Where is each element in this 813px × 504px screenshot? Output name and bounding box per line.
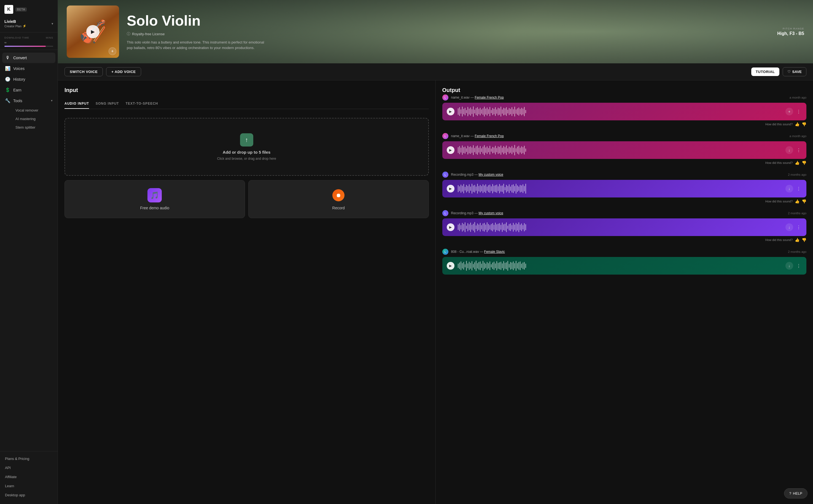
download-time-section: DOWNLOAD TIME MINS ∞ bbox=[0, 32, 58, 50]
sidebar-item-ai-mastering[interactable]: AI mastering bbox=[13, 115, 55, 123]
more-options-button[interactable]: ⋮ bbox=[795, 147, 802, 154]
output-voice-link[interactable]: Female French Pop bbox=[475, 134, 504, 138]
tools-icon: 🔧 bbox=[5, 98, 10, 103]
download-progress-fill bbox=[4, 46, 46, 47]
user-section[interactable]: LivieB Creator Plan ⚡ ▾ bbox=[0, 17, 58, 32]
thumbs-down-button[interactable]: 👎 bbox=[802, 238, 806, 242]
download-button[interactable]: ↓ bbox=[785, 146, 793, 154]
help-icon: ? bbox=[789, 491, 791, 495]
waveform-actions: ↓ ⋮ bbox=[785, 223, 802, 231]
output-filename: Recording.mp3 — My custom voice bbox=[451, 211, 503, 215]
waveform-container: ▶ + ⋮ bbox=[442, 103, 807, 120]
tools-chevron-icon: ▾ bbox=[51, 99, 53, 102]
record-icon-wrapper: ⏺ bbox=[331, 188, 345, 202]
download-button[interactable]: ↓ bbox=[785, 262, 793, 270]
nav-section: 🎙 Convert 📊 Voices 🕐 History 💲 Earn 🔧 To… bbox=[0, 50, 58, 451]
history-icon: 🕐 bbox=[5, 77, 10, 82]
sidebar-item-api[interactable]: API bbox=[2, 463, 55, 472]
more-options-button[interactable]: ⋮ bbox=[795, 108, 802, 115]
banner-plus-button[interactable]: + bbox=[109, 47, 116, 55]
add-voice-button[interactable]: + ADD VOICE bbox=[106, 67, 141, 76]
download-button[interactable]: ↓ bbox=[785, 223, 793, 231]
thumbs-down-button[interactable]: 👎 bbox=[802, 199, 806, 204]
output-item: L 808 - Cu...roat.wav — Female Slavic 2 … bbox=[442, 249, 807, 275]
tab-text-to-speech[interactable]: TEXT-TO-SPEECH bbox=[126, 99, 158, 109]
thumbs-down-button[interactable]: 👎 bbox=[802, 122, 806, 126]
output-play-button[interactable]: ▶ bbox=[447, 185, 455, 193]
voices-icon: 📊 bbox=[5, 66, 10, 71]
record-card[interactable]: ⏺ Record bbox=[248, 180, 429, 218]
output-play-button[interactable]: ▶ bbox=[447, 108, 455, 115]
sidebar-item-affiliate[interactable]: Affiliate bbox=[2, 472, 55, 481]
thumbs-up-button[interactable]: 👍 bbox=[795, 238, 800, 242]
waveform-actions: ↓ ⋮ bbox=[785, 185, 802, 193]
output-voice-link[interactable]: My custom voice bbox=[479, 173, 503, 177]
waveform-actions: ↓ ⋮ bbox=[785, 262, 802, 270]
sidebar-item-voices[interactable]: 📊 Voices bbox=[2, 63, 55, 74]
output-voice-link[interactable]: Female French Pop bbox=[475, 96, 504, 99]
feedback-label: How did this sound? bbox=[765, 238, 793, 242]
output-voice-link[interactable]: Female Slavic bbox=[484, 250, 505, 254]
save-button[interactable]: ♡ SAVE bbox=[783, 67, 806, 76]
sidebar-item-history[interactable]: 🕐 History bbox=[2, 74, 55, 85]
tab-audio-input[interactable]: AUDIO INPUT bbox=[64, 99, 89, 109]
more-options-button[interactable]: ⋮ bbox=[795, 262, 802, 270]
waveform-bars bbox=[458, 183, 782, 194]
convert-icon: 🎙 bbox=[5, 55, 10, 60]
sidebar-item-earn[interactable]: 💲 Earn bbox=[2, 85, 55, 95]
demo-audio-icon: 🎵 bbox=[147, 188, 162, 202]
tutorial-button[interactable]: TUTORIAL bbox=[751, 67, 779, 76]
output-time: 2 months ago bbox=[788, 212, 806, 215]
thumbs-up-button[interactable]: 👍 bbox=[795, 161, 800, 165]
help-button[interactable]: ? HELP bbox=[784, 488, 807, 498]
user-plan: Creator Plan ⚡ bbox=[4, 24, 26, 28]
more-options-button[interactable]: ⋮ bbox=[795, 224, 802, 231]
output-filename: 808 - Cu...roat.wav — Female Slavic bbox=[451, 250, 505, 254]
add-to-project-button[interactable]: + bbox=[785, 108, 793, 115]
sidebar-item-convert[interactable]: 🎙 Convert bbox=[2, 53, 55, 63]
sidebar-item-plans[interactable]: Plans & Pricing bbox=[2, 454, 55, 463]
output-avatar: L bbox=[442, 94, 449, 101]
banner-thumbnail[interactable]: 🎻 ▶ + bbox=[67, 6, 119, 58]
output-play-button[interactable]: ▶ bbox=[447, 262, 455, 270]
thumbs-up-button[interactable]: 👍 bbox=[795, 199, 800, 204]
thumbs-up-button[interactable]: 👍 bbox=[795, 122, 800, 126]
output-play-button[interactable]: ▶ bbox=[447, 146, 455, 154]
banner-play-button[interactable]: ▶ bbox=[86, 25, 99, 38]
drop-main-text: Add or drop up to 5 files bbox=[223, 150, 270, 155]
output-play-button[interactable]: ▶ bbox=[447, 223, 455, 231]
sidebar-item-tools[interactable]: 🔧 Tools ▾ bbox=[2, 95, 55, 106]
sidebar-item-vocal-remover[interactable]: Vocal remover bbox=[13, 106, 55, 115]
sidebar-item-voices-label: Voices bbox=[13, 66, 25, 71]
input-tabs: AUDIO INPUT SONG INPUT TEXT-TO-SPEECH bbox=[64, 99, 429, 109]
download-button[interactable]: ↓ bbox=[785, 185, 793, 193]
output-avatar: L bbox=[442, 249, 449, 255]
switch-voice-button[interactable]: SWITCH VOICE bbox=[64, 67, 103, 76]
output-voice-link[interactable]: My custom voice bbox=[479, 211, 503, 215]
waveform-bars bbox=[458, 260, 782, 271]
file-drop-zone[interactable]: ↑ Add or drop up to 5 files Click and br… bbox=[64, 118, 429, 176]
waveform-actions: ↓ ⋮ bbox=[785, 146, 802, 154]
output-feedback: How did this sound? 👍 👎 bbox=[442, 238, 807, 242]
demo-audio-card[interactable]: 🎵 Free demo audio bbox=[64, 180, 245, 218]
app-logo[interactable]: K bbox=[4, 5, 13, 14]
output-avatar: L bbox=[442, 210, 449, 216]
thumbs-down-button[interactable]: 👎 bbox=[802, 161, 806, 165]
sidebar-item-stem-splitter[interactable]: Stem splitter bbox=[13, 123, 55, 132]
output-panel-title: Output bbox=[442, 87, 807, 93]
tab-song-input[interactable]: SONG INPUT bbox=[96, 99, 119, 109]
download-time-value: ∞ bbox=[4, 41, 53, 44]
output-meta: L name_it.wav — Female French Pop a mont… bbox=[442, 94, 807, 101]
heart-icon: ♡ bbox=[787, 70, 791, 74]
info-icon: ⓘ bbox=[127, 31, 130, 36]
output-meta: L 808 - Cu...roat.wav — Female Slavic 2 … bbox=[442, 249, 807, 255]
more-options-button[interactable]: ⋮ bbox=[795, 185, 802, 193]
main-content: 🎻 ▶ + Solo Violin ⓘ Royalty-free License… bbox=[58, 0, 813, 504]
sidebar-item-desktop[interactable]: Desktop app bbox=[2, 491, 55, 500]
output-meta: L Recording.mp3 — My custom voice 2 mont… bbox=[442, 172, 807, 178]
output-item: L name_it.wav — Female French Pop a mont… bbox=[442, 94, 807, 126]
plan-bolt-icon: ⚡ bbox=[23, 24, 26, 28]
sidebar: K BETA LivieB Creator Plan ⚡ ▾ DOWNLOAD … bbox=[0, 0, 58, 504]
feedback-label: How did this sound? bbox=[765, 161, 793, 164]
sidebar-item-learn[interactable]: Learn bbox=[2, 481, 55, 491]
